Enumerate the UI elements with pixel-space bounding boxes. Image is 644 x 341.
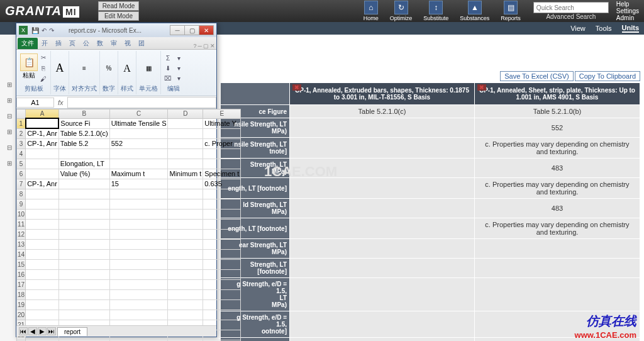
cell[interactable]: Value (%)	[58, 169, 109, 179]
ribbon-tab[interactable]: 团	[135, 38, 148, 49]
undo-icon[interactable]: ↶	[42, 27, 47, 34]
row-header[interactable]: 19	[17, 299, 26, 310]
cell[interactable]	[58, 189, 109, 199]
tree-node-icon[interactable]: ⊟	[7, 144, 12, 151]
name-box[interactable]: A1	[16, 98, 54, 108]
row-header[interactable]: 8	[17, 189, 26, 199]
row-header[interactable]: 17	[17, 279, 26, 289]
cell[interactable]: Minimum t	[168, 169, 203, 179]
cell[interactable]	[168, 279, 203, 289]
sheet-nav-next-icon[interactable]: ▶	[38, 327, 47, 335]
cell[interactable]	[58, 239, 109, 249]
cell[interactable]	[26, 289, 59, 299]
cell[interactable]	[26, 229, 59, 239]
cell[interactable]	[168, 239, 203, 249]
column-header[interactable]: D	[168, 109, 203, 119]
formula-input[interactable]	[67, 97, 216, 108]
help-icon[interactable]: ?	[194, 43, 197, 49]
cell[interactable]: Specimen t	[203, 169, 241, 179]
menu-view[interactable]: View	[570, 25, 586, 32]
cell[interactable]: Ultimate Y	[203, 118, 241, 128]
column-header[interactable]: E	[203, 109, 241, 119]
cell[interactable]	[109, 249, 168, 259]
tree-node-icon[interactable]: ⊞	[7, 128, 12, 135]
fx-icon[interactable]: fx	[54, 99, 67, 106]
cell[interactable]	[26, 299, 59, 310]
cell[interactable]	[58, 259, 109, 269]
cell[interactable]	[168, 289, 203, 299]
cell[interactable]: CP-1, Anr	[26, 138, 59, 148]
row-header[interactable]: 20	[17, 310, 26, 320]
cell[interactable]	[203, 199, 241, 209]
cell[interactable]	[168, 179, 203, 189]
cell[interactable]	[168, 159, 203, 169]
cell[interactable]	[58, 148, 109, 159]
cell[interactable]	[58, 279, 109, 289]
cell[interactable]	[168, 229, 203, 239]
cell[interactable]: Table 5.2.1.0(c)	[58, 128, 109, 138]
sheet-tab-report[interactable]: report	[57, 327, 87, 336]
quick-search-input[interactable]	[533, 2, 609, 13]
row-header[interactable]: 1	[17, 118, 26, 128]
doc-close-icon[interactable]: ✕	[210, 43, 215, 49]
cell[interactable]	[26, 199, 59, 209]
format-painter-icon[interactable]: 🖌	[39, 75, 48, 84]
cell[interactable]	[168, 310, 203, 320]
doc-minimize-icon[interactable]: ─	[198, 43, 202, 49]
cell[interactable]	[168, 269, 203, 279]
cell[interactable]	[203, 159, 241, 169]
excel-titlebar[interactable]: X 💾 ↶ ↷ report.csv - Microsoft Ex... ─ ▢…	[16, 23, 216, 37]
menu-tools[interactable]: Tools	[596, 25, 612, 32]
nav-substitute[interactable]: ↕Substitute	[418, 0, 453, 23]
ribbon-tab[interactable]: 插	[52, 38, 65, 49]
sheet-nav-first-icon[interactable]: ⏮	[19, 327, 28, 335]
paste-icon[interactable]: 📋	[20, 53, 38, 71]
cell[interactable]	[26, 209, 59, 219]
spreadsheet-grid[interactable]: ABCDE1Source FiUltimate Tensile SUltimat…	[16, 109, 216, 341]
advanced-search-link[interactable]: Advanced Search	[533, 13, 609, 20]
cell[interactable]	[109, 128, 168, 138]
tree-node-icon[interactable]: ⊞	[7, 160, 12, 167]
cell[interactable]	[109, 269, 168, 279]
cell[interactable]	[203, 239, 241, 249]
cell[interactable]	[203, 128, 241, 138]
cells-group[interactable]: ▦单元格	[136, 51, 161, 94]
cell[interactable]	[58, 209, 109, 219]
ribbon-tab[interactable]: 公	[79, 38, 93, 49]
cell[interactable]	[168, 299, 203, 310]
cell[interactable]	[26, 189, 59, 199]
cell[interactable]	[58, 249, 109, 259]
cell[interactable]	[168, 118, 203, 128]
cell[interactable]	[26, 169, 59, 179]
cell[interactable]	[109, 209, 168, 219]
tree-node-icon[interactable]: ⊟	[7, 113, 12, 120]
cell[interactable]	[26, 259, 59, 269]
cell[interactable]: 15	[109, 179, 168, 189]
row-header[interactable]: 6	[17, 169, 26, 179]
row-header[interactable]: 15	[17, 259, 26, 269]
edit-mode-button[interactable]: Edit Mode	[98, 11, 140, 21]
cell[interactable]	[26, 310, 59, 320]
tree-node-icon[interactable]: ⊞	[7, 81, 12, 88]
column-header[interactable]: C	[109, 109, 168, 119]
row-header[interactable]: 13	[17, 239, 26, 249]
remove-column-icon[interactable]: ✖	[477, 84, 486, 91]
cell[interactable]	[58, 269, 109, 279]
cell[interactable]	[58, 199, 109, 209]
cell[interactable]: c. Proper	[203, 138, 241, 148]
styles-group[interactable]: A样式	[118, 51, 136, 94]
cell[interactable]	[168, 189, 203, 199]
font-group[interactable]: A字体	[51, 51, 69, 94]
file-tab[interactable]: 文件	[18, 38, 38, 49]
cell[interactable]	[26, 239, 59, 249]
ribbon-tab[interactable]: 页	[65, 38, 79, 49]
cell[interactable]	[58, 310, 109, 320]
cell[interactable]	[168, 259, 203, 269]
help-link[interactable]: Help	[616, 1, 639, 8]
remove-column-icon[interactable]: ✖	[292, 84, 301, 91]
close-button[interactable]: ✕	[199, 25, 214, 35]
row-header[interactable]: 10	[17, 209, 26, 219]
cell[interactable]	[26, 279, 59, 289]
settings-link[interactable]: Settings	[616, 8, 639, 14]
doc-restore-icon[interactable]: ▢	[203, 43, 209, 49]
